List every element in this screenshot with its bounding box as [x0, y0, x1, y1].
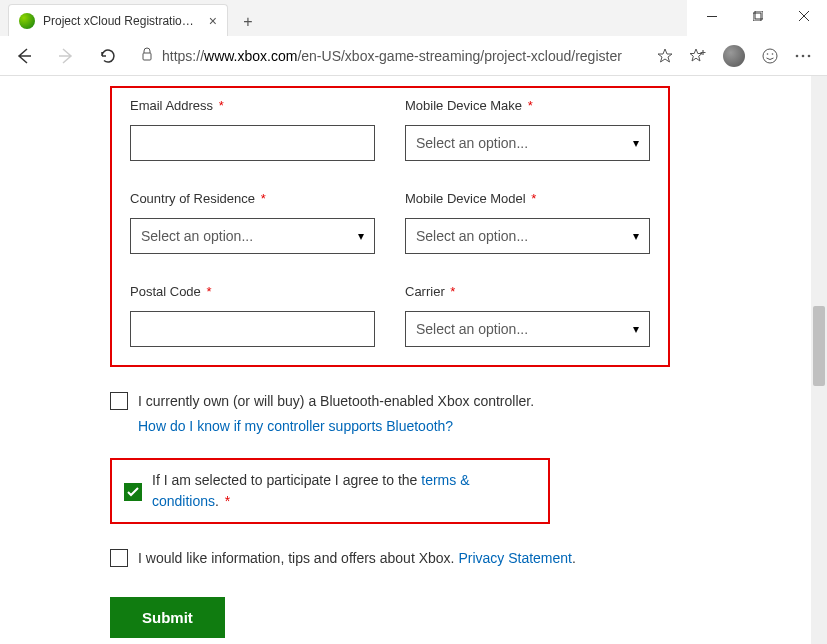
- page-content: Email Address * Mobile Device Make * Sel…: [0, 76, 811, 638]
- xbox-favicon: [19, 13, 35, 29]
- ellipsis-icon: [795, 54, 811, 58]
- scrollbar-thumb[interactable]: [813, 306, 825, 386]
- favorites-button[interactable]: [689, 48, 707, 64]
- country-select[interactable]: Select an option... ▾: [130, 218, 375, 254]
- svg-rect-2: [755, 11, 763, 19]
- forward-arrow-icon: [57, 47, 75, 65]
- more-button[interactable]: [795, 54, 811, 58]
- forward-button[interactable]: [50, 40, 82, 72]
- svg-point-9: [808, 54, 811, 57]
- back-arrow-icon: [15, 47, 33, 65]
- controller-checkbox-row: I currently own (or will buy) a Bluetoot…: [110, 391, 670, 412]
- url-host: www.xbox.com: [204, 48, 297, 64]
- submit-button[interactable]: Submit: [110, 597, 225, 638]
- check-icon: [127, 487, 139, 497]
- window-restore-button[interactable]: [735, 0, 781, 32]
- smiley-icon: [761, 47, 779, 65]
- svg-rect-1: [753, 13, 761, 21]
- minimize-icon: [707, 16, 717, 17]
- tab-close-button[interactable]: ×: [209, 13, 217, 29]
- marketing-checkbox-label: I would like information, tips and offer…: [138, 548, 576, 569]
- new-tab-button[interactable]: +: [234, 8, 262, 36]
- svg-rect-0: [707, 16, 717, 17]
- svg-rect-3: [143, 53, 151, 60]
- device-make-label: Mobile Device Make *: [405, 98, 650, 113]
- device-model-select[interactable]: Select an option... ▾: [405, 218, 650, 254]
- select-placeholder: Select an option...: [416, 321, 528, 337]
- select-placeholder: Select an option...: [416, 228, 528, 244]
- svg-point-5: [767, 53, 769, 55]
- svg-point-7: [796, 54, 799, 57]
- country-field-group: Country of Residence * Select an option.…: [130, 191, 375, 254]
- url-protocol: https://: [162, 48, 204, 64]
- device-make-select[interactable]: Select an option... ▾: [405, 125, 650, 161]
- controller-checkbox-label: I currently own (or will buy) a Bluetoot…: [138, 391, 534, 412]
- marketing-checkbox-row: I would like information, tips and offer…: [110, 548, 670, 569]
- window-minimize-button[interactable]: [689, 0, 735, 32]
- country-label: Country of Residence *: [130, 191, 375, 206]
- terms-highlight-box: If I am selected to participate I agree …: [110, 458, 550, 524]
- star-outline-icon: [657, 48, 673, 64]
- email-input[interactable]: [130, 125, 375, 161]
- url-path: /en-US/xbox-game-streaming/project-xclou…: [297, 48, 621, 64]
- marketing-checkbox[interactable]: [110, 549, 128, 567]
- email-label: Email Address *: [130, 98, 375, 113]
- tab-bar: Project xCloud Registration | Xbox × +: [0, 0, 687, 36]
- email-field-group: Email Address *: [130, 98, 375, 161]
- chevron-down-icon: ▾: [633, 136, 639, 150]
- terms-checkbox-label: If I am selected to participate I agree …: [152, 470, 536, 512]
- favorite-button[interactable]: [657, 48, 673, 64]
- lock-icon: [140, 47, 154, 65]
- chevron-down-icon: ▾: [358, 229, 364, 243]
- select-placeholder: Select an option...: [141, 228, 253, 244]
- refresh-icon: [99, 47, 117, 65]
- select-placeholder: Select an option...: [416, 135, 528, 151]
- url-field[interactable]: https://www.xbox.com/en-US/xbox-game-str…: [134, 47, 679, 65]
- chevron-down-icon: ▾: [633, 229, 639, 243]
- tab-title: Project xCloud Registration | Xbox: [43, 14, 197, 28]
- terms-checkbox[interactable]: [124, 483, 142, 501]
- back-button[interactable]: [8, 40, 40, 72]
- profile-avatar[interactable]: [723, 45, 745, 67]
- svg-point-6: [772, 53, 774, 55]
- address-bar: https://www.xbox.com/en-US/xbox-game-str…: [0, 36, 827, 76]
- refresh-button[interactable]: [92, 40, 124, 72]
- postal-field-group: Postal Code *: [130, 284, 375, 347]
- window-close-button[interactable]: [781, 0, 827, 32]
- controller-checkbox[interactable]: [110, 392, 128, 410]
- restore-icon: [753, 11, 763, 21]
- device-model-label: Mobile Device Model *: [405, 191, 650, 206]
- carrier-select[interactable]: Select an option... ▾: [405, 311, 650, 347]
- svg-point-8: [802, 54, 805, 57]
- feedback-button[interactable]: [761, 47, 779, 65]
- carrier-field-group: Carrier * Select an option... ▾: [405, 284, 650, 347]
- url-text: https://www.xbox.com/en-US/xbox-game-str…: [162, 48, 649, 64]
- star-plus-icon: [689, 48, 707, 64]
- device-make-field-group: Mobile Device Make * Select an option...…: [405, 98, 650, 161]
- postal-label: Postal Code *: [130, 284, 375, 299]
- close-icon: [799, 11, 809, 21]
- carrier-label: Carrier *: [405, 284, 650, 299]
- chevron-down-icon: ▾: [633, 322, 639, 336]
- form-highlight-box: Email Address * Mobile Device Make * Sel…: [110, 86, 670, 367]
- privacy-link[interactable]: Privacy Statement: [458, 550, 572, 566]
- postal-input[interactable]: [130, 311, 375, 347]
- controller-help-link[interactable]: How do I know if my controller supports …: [138, 418, 670, 434]
- svg-point-4: [763, 49, 777, 63]
- device-model-field-group: Mobile Device Model * Select an option..…: [405, 191, 650, 254]
- browser-tab[interactable]: Project xCloud Registration | Xbox ×: [8, 4, 228, 36]
- scrollbar-track[interactable]: [811, 76, 827, 644]
